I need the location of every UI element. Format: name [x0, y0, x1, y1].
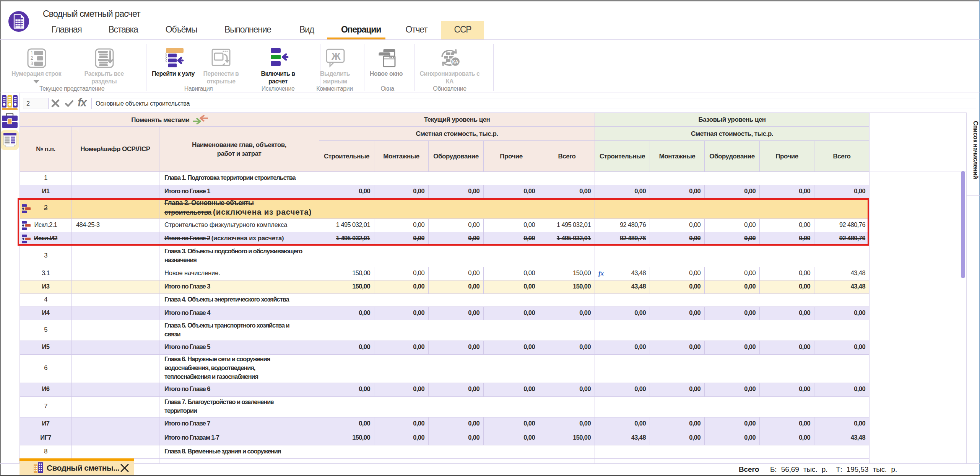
svg-text:3: 3: [31, 61, 33, 66]
svg-text:Ж: Ж: [331, 51, 341, 62]
svg-text:2: 2: [31, 55, 33, 61]
svg-text:1: 1: [31, 50, 33, 55]
svg-text:КА: КА: [452, 59, 458, 65]
